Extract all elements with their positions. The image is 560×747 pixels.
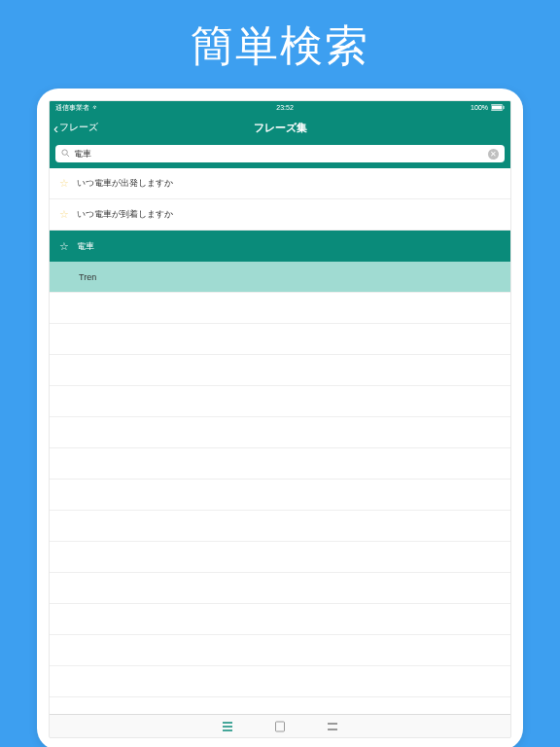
clear-icon[interactable]: ✕ <box>488 149 499 160</box>
empty-row <box>50 355 510 386</box>
empty-row <box>50 386 510 417</box>
star-icon[interactable]: ☆ <box>59 208 69 221</box>
results-list: ☆ いつ電車が出発しますか ☆ いつ電車が到着しますか ☆ 電車 Tren <box>50 168 510 293</box>
empty-row <box>50 448 510 480</box>
search-input[interactable] <box>74 149 488 159</box>
svg-rect-6 <box>328 723 337 725</box>
item-text: いつ電車が出発しますか <box>77 177 173 190</box>
search-container: ✕ <box>50 141 510 168</box>
tab-favorites[interactable] <box>273 720 287 733</box>
back-button[interactable]: ‹ フレーズ <box>50 120 98 136</box>
translation-row: Tren <box>50 262 510 293</box>
empty-row <box>50 666 510 697</box>
chevron-left-icon: ‹ <box>53 120 58 136</box>
search-icon <box>61 149 70 160</box>
empty-row <box>50 573 510 604</box>
tab-bar <box>50 714 510 737</box>
svg-rect-5 <box>276 722 285 731</box>
list-item[interactable]: ☆ いつ電車が出発しますか <box>50 168 510 199</box>
svg-rect-2 <box>504 106 505 109</box>
battery-icon <box>491 104 505 111</box>
empty-row <box>50 293 510 324</box>
nav-title: フレーズ集 <box>254 121 307 135</box>
tab-phrases[interactable] <box>221 720 234 733</box>
translation-text: Tren <box>79 272 96 282</box>
tablet-screen: 通信事業者 ᯤ 23:52 100% ‹ フレーズ フレーズ集 ✕ <box>49 100 511 738</box>
carrier-label: 通信事業者 <box>55 103 89 113</box>
star-icon[interactable]: ☆ <box>59 177 69 190</box>
empty-row <box>50 324 510 355</box>
back-label: フレーズ <box>59 121 98 134</box>
empty-row <box>50 480 510 511</box>
list-item[interactable]: ☆ 電車 <box>50 231 510 262</box>
empty-row <box>50 417 510 448</box>
svg-rect-7 <box>328 729 337 730</box>
nav-bar: ‹ フレーズ フレーズ集 <box>50 114 510 141</box>
empty-row <box>50 635 510 666</box>
item-text: いつ電車が到着しますか <box>77 208 173 221</box>
item-text: 電車 <box>77 240 94 253</box>
battery-label: 100% <box>471 104 488 111</box>
star-icon[interactable]: ☆ <box>59 240 69 253</box>
empty-row <box>50 511 510 542</box>
tab-settings[interactable] <box>326 720 339 733</box>
status-time: 23:52 <box>276 104 294 111</box>
svg-point-3 <box>62 149 67 154</box>
search-field[interactable]: ✕ <box>55 145 505 162</box>
empty-rows <box>50 293 510 729</box>
wifi-icon: ᯤ <box>92 104 99 111</box>
promo-title: 簡単検索 <box>0 0 560 89</box>
svg-rect-1 <box>492 106 502 110</box>
svg-line-4 <box>67 154 70 157</box>
list-item[interactable]: ☆ いつ電車が到着しますか <box>50 199 510 231</box>
tablet-frame: 通信事業者 ᯤ 23:52 100% ‹ フレーズ フレーズ集 ✕ <box>37 89 523 747</box>
status-bar: 通信事業者 ᯤ 23:52 100% <box>50 101 510 114</box>
empty-row <box>50 542 510 573</box>
empty-row <box>50 604 510 635</box>
